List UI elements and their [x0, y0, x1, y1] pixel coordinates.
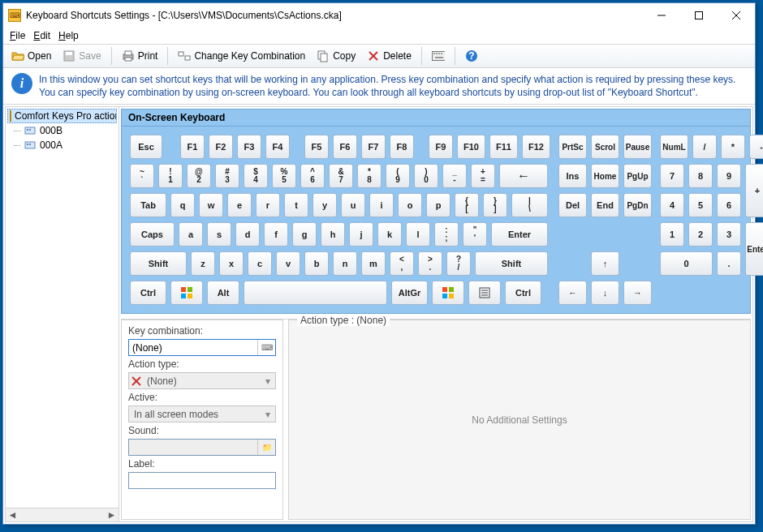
key-num9[interactable]: 9 — [717, 164, 741, 188]
key-rshift[interactable]: Shift — [475, 251, 548, 276]
key-num3[interactable]: 3 — [717, 222, 741, 247]
key-n[interactable]: n — [333, 251, 357, 276]
menu-edit[interactable]: Edit — [33, 30, 50, 41]
key-l[interactable]: l — [406, 222, 430, 247]
delete-button[interactable]: Delete — [364, 48, 415, 64]
key-f10[interactable]: F10 — [457, 135, 485, 159]
keyboard-picker-icon[interactable]: ⌨ — [257, 340, 275, 355]
key-nummul[interactable]: * — [721, 135, 745, 159]
key-h[interactable]: h — [321, 222, 345, 247]
horizontal-scrollbar[interactable]: ◄ ► — [6, 508, 119, 521]
tree-root[interactable]: Comfort Keys Pro actions — [7, 109, 117, 123]
key-space[interactable] — [244, 281, 387, 305]
key-numlock[interactable]: NumL — [660, 135, 688, 159]
key-rbracket[interactable]: }] — [483, 193, 507, 217]
keyboard-button[interactable] — [429, 48, 448, 64]
key-num0[interactable]: 0 — [660, 251, 713, 276]
key-comma[interactable]: <, — [390, 251, 414, 276]
key-end[interactable]: End — [591, 193, 619, 217]
key-numdiv[interactable]: / — [692, 135, 717, 159]
copy-button[interactable]: Copy — [313, 48, 359, 64]
key-pgup[interactable]: PgUp — [623, 164, 652, 188]
key-g[interactable]: g — [292, 222, 317, 247]
key-f11[interactable]: F11 — [489, 135, 518, 159]
sound-input[interactable]: 📁 — [128, 439, 276, 456]
key-numsub[interactable]: - — [749, 135, 763, 159]
label-input[interactable] — [128, 472, 276, 489]
key-b[interactable]: b — [304, 251, 329, 276]
key-del[interactable]: Del — [558, 193, 587, 217]
key-quote[interactable]: "' — [463, 222, 487, 247]
key-numenter[interactable]: Enter — [745, 222, 763, 276]
key-num6[interactable]: 6 — [717, 193, 741, 217]
key-num8[interactable]: 8 — [688, 164, 713, 188]
tree-item[interactable]: 000B — [7, 123, 117, 138]
key-lwin[interactable] — [170, 281, 203, 305]
key-f[interactable]: f — [264, 222, 288, 247]
key-esc[interactable]: Esc — [130, 135, 162, 159]
key-num1[interactable]: 1 — [660, 222, 684, 247]
key-3[interactable]: #3 — [215, 164, 239, 188]
key-q[interactable]: q — [170, 193, 195, 217]
key-a[interactable]: a — [179, 222, 203, 247]
key-minus[interactable]: _- — [442, 164, 467, 188]
key-caps[interactable]: Caps — [130, 222, 175, 247]
key-w[interactable]: w — [199, 193, 223, 217]
change-key-button[interactable]: Change Key Combination — [175, 48, 308, 64]
key-lshift[interactable]: Shift — [130, 251, 187, 276]
key-num2[interactable]: 2 — [688, 222, 713, 247]
help-button[interactable]: ? — [462, 48, 481, 64]
title-bar[interactable]: ⌨ Keyboard Shortcuts Settings - [C:\User… — [3, 3, 755, 28]
key-e[interactable]: e — [227, 193, 252, 217]
key-5[interactable]: %5 — [272, 164, 296, 188]
key-numdot[interactable]: . — [717, 251, 741, 276]
key-o[interactable]: o — [398, 193, 422, 217]
key-backspace[interactable]: ← — [499, 164, 548, 188]
key-c[interactable]: c — [248, 251, 272, 276]
key-rwin[interactable] — [432, 281, 464, 305]
key-j[interactable]: j — [349, 222, 373, 247]
key-num5[interactable]: 5 — [688, 193, 713, 217]
key-t[interactable]: t — [284, 193, 308, 217]
key-backslash[interactable]: |\ — [511, 193, 548, 217]
save-button[interactable]: Save — [59, 48, 104, 64]
action-type-dropdown[interactable]: (None) ▾ — [128, 372, 276, 389]
key-lalt[interactable]: Alt — [207, 281, 239, 305]
key-f7[interactable]: F7 — [361, 135, 386, 159]
scroll-left-icon[interactable]: ◄ — [6, 508, 19, 521]
key-y[interactable]: y — [313, 193, 337, 217]
key-f8[interactable]: F8 — [390, 135, 414, 159]
key-equals[interactable]: += — [471, 164, 495, 188]
key-k[interactable]: k — [377, 222, 402, 247]
open-button[interactable]: Open — [8, 48, 54, 64]
key-f1[interactable]: F1 — [180, 135, 205, 159]
key-9[interactable]: (9 — [386, 164, 410, 188]
key-prtsc[interactable]: PrtSc — [558, 135, 587, 159]
key-f3[interactable]: F3 — [237, 135, 261, 159]
key-altgr[interactable]: AltGr — [391, 281, 428, 305]
key-1[interactable]: !1 — [158, 164, 183, 188]
key-u[interactable]: u — [341, 193, 365, 217]
key-pgdn[interactable]: PgDn — [623, 193, 652, 217]
maximize-button[interactable] — [680, 3, 718, 28]
minimize-button[interactable] — [643, 3, 680, 28]
key-lbracket[interactable]: {[ — [455, 193, 479, 217]
key-right[interactable]: → — [623, 281, 652, 305]
active-dropdown[interactable]: In all screen modes ▾ — [128, 405, 276, 423]
key-pause[interactable]: Pause — [623, 135, 652, 159]
key-ins[interactable]: Ins — [558, 164, 587, 188]
key-num4[interactable]: 4 — [660, 193, 684, 217]
tree-item[interactable]: 000A — [7, 138, 117, 152]
menu-file[interactable]: File — [10, 30, 25, 41]
key-menu[interactable] — [468, 281, 501, 305]
key-d[interactable]: d — [235, 222, 260, 247]
key-left[interactable]: ← — [558, 281, 587, 305]
key-f9[interactable]: F9 — [429, 135, 453, 159]
key-f4[interactable]: F4 — [265, 135, 290, 159]
key-4[interactable]: $4 — [244, 164, 268, 188]
key-f6[interactable]: F6 — [333, 135, 357, 159]
key-grave[interactable]: ~` — [130, 164, 154, 188]
key-0[interactable]: )0 — [414, 164, 438, 188]
key-7[interactable]: &7 — [329, 164, 353, 188]
key-m[interactable]: m — [361, 251, 386, 276]
